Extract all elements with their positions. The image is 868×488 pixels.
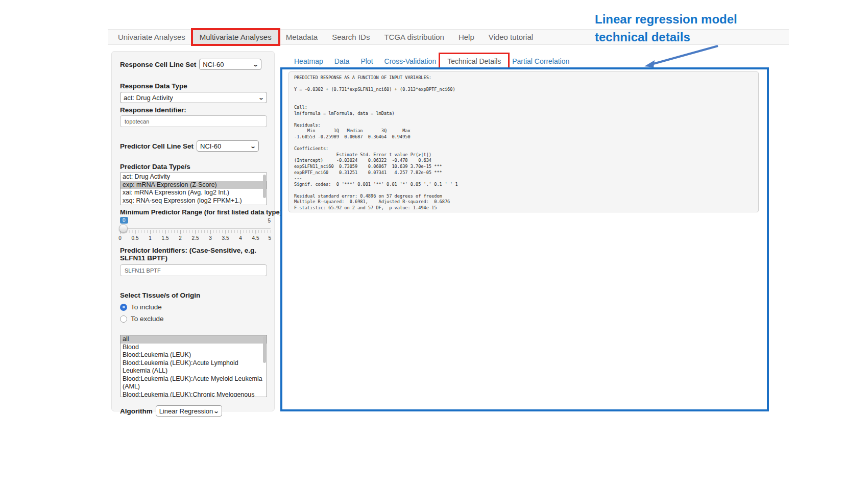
slider-value-badge[interactable]: 0 [120, 217, 128, 224]
tab-technical-details[interactable]: Technical Details [442, 56, 507, 67]
nav-multivariate-analyses[interactable]: Multivariate Analyses [192, 30, 279, 44]
min-predictor-range-slider: 0 5 0 0.5 1 1.5 2 2.5 3 3.5 4 4.5 5 [120, 217, 271, 241]
radio-to-include[interactable]: To include [120, 303, 266, 311]
slider-max-label: 5 [268, 218, 271, 224]
response-identifier-label: Response Identifier: [120, 106, 266, 114]
response-data-type-label: Response Data Type [120, 82, 266, 90]
nav-help[interactable]: Help [451, 30, 481, 44]
slider-tick-labels: 0 0.5 1 1.5 2 2.5 3 3.5 4 4.5 5 [120, 235, 271, 241]
nav-univariate-analyses[interactable]: Univariate Analyses [111, 30, 192, 44]
lm-summary-output: PREDICTED RESPONSE AS A FUNCTION OF INPU… [288, 71, 759, 212]
list-item[interactable]: all [120, 335, 267, 344]
annotation-text: Linear regression model technical detail… [595, 10, 809, 46]
tab-plot[interactable]: Plot [355, 56, 378, 67]
tab-partial-correlation[interactable]: Partial Correlation [507, 56, 575, 67]
predictor-identifiers-input[interactable] [120, 264, 267, 276]
slider-major-ticks [120, 230, 271, 234]
algorithm-label: Algorithm [120, 407, 153, 415]
chevron-down-icon: ⌄ [213, 408, 219, 414]
result-tabs: Heatmap Data Plot Cross-Validation Techn… [288, 55, 575, 67]
predictor-identifiers-label: Predictor Identifiers: (Case-Sensitive, … [120, 247, 266, 262]
list-item[interactable]: Blood [120, 344, 267, 352]
slider-handle[interactable] [119, 224, 128, 233]
response-data-type-select[interactable]: act: Drug Activity ⌄ [120, 92, 267, 103]
list-item[interactable]: Blood:Leukemia (LEUK) [120, 351, 267, 359]
nav-video-tutorial[interactable]: Video tutorial [481, 30, 540, 44]
chevron-down-icon: ⌄ [258, 94, 264, 101]
min-predictor-range-label: Minimum Predictor Range (for first liste… [120, 208, 266, 216]
response-cell-line-set-label: Response Cell Line Set [120, 61, 196, 68]
radio-unselected-icon [120, 315, 127, 323]
predictor-data-types-listbox[interactable]: act: Drug Activity exp: mRNA Expression … [120, 173, 267, 205]
annotation-line1: Linear regression model [595, 10, 809, 28]
nav-tcga-distribution[interactable]: TCGA distribution [377, 30, 451, 44]
predictor-cell-line-set-select[interactable]: NCI-60 ⌄ [197, 140, 259, 152]
lm-summary-text: PREDICTED RESPONSE AS A FUNCTION OF INPU… [294, 75, 753, 211]
radio-to-include-label: To include [131, 303, 162, 311]
scrollbar[interactable] [263, 336, 266, 363]
response-identifier-input[interactable] [120, 115, 267, 127]
chevron-down-icon: ⌄ [250, 143, 256, 150]
predictor-data-types-label: Predictor Data Type/s [120, 163, 266, 170]
technical-details-panel: PREDICTED RESPONSE AS A FUNCTION OF INPU… [280, 67, 769, 411]
predictor-cell-line-set-label: Predictor Cell Line Set [120, 142, 194, 150]
list-item[interactable]: act: Drug Activity [120, 173, 267, 181]
annotation-arrow-icon [637, 43, 724, 71]
list-item[interactable]: xsq: RNA-seq Expression (log2 FPKM+1.) [120, 197, 267, 205]
tissue-origin-listbox[interactable]: all Blood Blood:Leukemia (LEUK) Blood:Le… [120, 335, 267, 397]
tab-heatmap[interactable]: Heatmap [288, 56, 329, 67]
response-cell-line-set-select[interactable]: NCI-60 ⌄ [199, 59, 261, 70]
scrollbar[interactable] [263, 175, 266, 198]
list-item[interactable]: Blood:Leukemia (LEUK):Chronic Myelogenou… [120, 391, 267, 398]
radio-selected-icon [120, 304, 127, 311]
list-item[interactable]: exp: mRNA Expression (Z-Score) [120, 181, 267, 189]
list-item[interactable]: xai: mRNA Expression (Avg. log2 Int.) [120, 189, 267, 197]
chevron-down-icon: ⌄ [253, 61, 259, 68]
tab-data[interactable]: Data [329, 56, 355, 67]
algorithm-select[interactable]: Linear Regression ⌄ [156, 405, 222, 417]
tissue-origin-label: Select Tissue/s of Origin [120, 291, 266, 299]
tab-cross-validation[interactable]: Cross-Validation [379, 56, 442, 67]
control-sidebar: Response Cell Line Set NCI-60 ⌄ Response… [111, 51, 275, 411]
nav-metadata[interactable]: Metadata [279, 30, 325, 44]
page: Univariate Analyses Multivariate Analyse… [0, 0, 868, 488]
nav-search-ids[interactable]: Search IDs [325, 30, 377, 44]
slider-track[interactable] [120, 228, 271, 229]
radio-to-exclude[interactable]: To exclude [120, 315, 266, 323]
list-item[interactable]: Blood:Leukemia (LEUK):Acute Lymphoid Leu… [120, 359, 267, 375]
list-item[interactable]: Blood:Leukemia (LEUK):Acute Myeloid Leuk… [120, 375, 267, 391]
radio-to-exclude-label: To exclude [131, 315, 164, 323]
